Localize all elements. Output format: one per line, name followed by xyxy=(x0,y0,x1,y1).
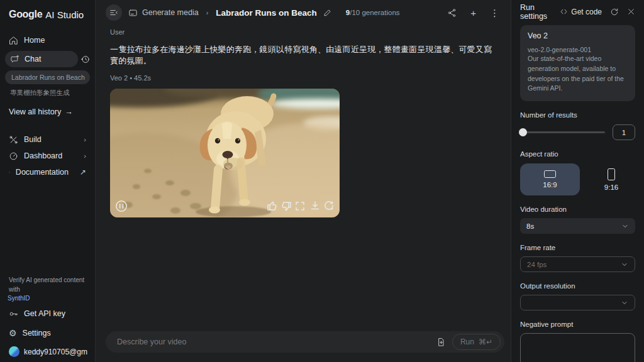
verify-text: Verify AI generated content with xyxy=(8,275,87,294)
frame-rate-label: Frame rate xyxy=(520,244,635,251)
video-prompt-input[interactable] xyxy=(117,337,430,346)
sidebar-item-documentation[interactable]: Documentation ↗ xyxy=(0,164,95,180)
documentation-icon xyxy=(9,168,10,177)
generations-rest: /10 generations xyxy=(350,9,399,16)
collapse-sidebar-button[interactable] xyxy=(106,4,122,21)
home-icon xyxy=(9,36,18,45)
get-api-key-button[interactable]: Get API key xyxy=(8,306,87,321)
number-of-results-label: Number of results xyxy=(520,111,635,119)
user-turn-label: User xyxy=(110,28,511,36)
breadcrumb-label: Generate media xyxy=(142,8,199,17)
number-of-results-row: 1 xyxy=(520,124,635,140)
new-chat-icon[interactable]: + xyxy=(470,8,476,18)
app-window: Google AI Studio Home Chat Labrador Runs… xyxy=(0,0,644,362)
video-frame-labrador-beach xyxy=(110,89,340,217)
more-options-icon[interactable]: ⋮ xyxy=(490,8,499,18)
frame-rate-select[interactable]: 24 fps xyxy=(520,256,635,272)
run-label: Run xyxy=(460,337,474,346)
model-description: Our state-of-the-art video generation mo… xyxy=(528,54,628,94)
frame-rate-value: 24 fps xyxy=(527,261,547,268)
synthid-link[interactable]: SynthID xyxy=(8,295,87,302)
video-duration-value: 8s xyxy=(526,222,534,230)
generate-media-icon xyxy=(128,8,138,18)
share-icon[interactable] xyxy=(447,8,457,18)
collapse-sidebar-icon xyxy=(109,8,118,17)
history-item-label: 專業棚拍形象照生成 xyxy=(10,89,70,97)
chevron-right-icon: › xyxy=(84,136,86,143)
view-all-label: View all history xyxy=(9,107,61,116)
model-card[interactable]: Veo 2 veo-2.0-generate-001 Our state-of-… xyxy=(520,25,635,101)
number-of-results-slider[interactable] xyxy=(520,131,605,133)
chevron-down-icon xyxy=(621,299,628,307)
generated-video[interactable] xyxy=(110,89,340,217)
breadcrumb-separator-icon: › xyxy=(206,9,209,16)
sidebar-item-label: Chat xyxy=(25,55,41,63)
get-api-key-label: Get API key xyxy=(24,309,65,318)
landscape-icon xyxy=(544,170,556,178)
sidebar-history-item[interactable]: 專業棚拍形象照生成 xyxy=(0,87,95,99)
sidebar-item-home[interactable]: Home xyxy=(0,33,95,48)
sidebar-item-label: Build xyxy=(24,135,42,144)
logo-google: Google xyxy=(9,9,42,20)
attach-file-icon[interactable] xyxy=(436,337,446,347)
dashboard-icon xyxy=(9,151,18,161)
run-button[interactable]: Run ⌘↵ xyxy=(452,334,501,350)
main-topbar: Generate media › Labrador Runs on Beach … xyxy=(96,0,511,25)
sidebar-item-build[interactable]: Build › xyxy=(0,131,95,148)
chat-icon xyxy=(11,55,19,63)
close-panel-icon[interactable] xyxy=(627,8,635,16)
history-icon[interactable] xyxy=(80,55,90,64)
sidebar-history-item-active[interactable]: Labrador Runs on Beach xyxy=(5,70,90,84)
output-resolution-select[interactable] xyxy=(520,295,635,310)
chat-content: User 一隻拉布拉多在海邊沙灘上快樂的奔跑，鏡頭以特寫視角、由遠而近呈現，整體… xyxy=(96,25,511,362)
sidebar-item-dashboard[interactable]: Dashboard › xyxy=(0,148,95,164)
run-settings-header: Run settings Get code xyxy=(520,0,635,23)
model-name: Veo 2 xyxy=(528,31,628,40)
account-row[interactable]: keddy910705@gmail... xyxy=(8,346,87,357)
chevron-down-icon xyxy=(621,222,629,230)
edit-title-icon[interactable] xyxy=(323,8,332,17)
settings-button[interactable]: ⚙ Settings xyxy=(8,326,87,341)
arrow-right-icon: → xyxy=(65,107,73,116)
external-link-icon: ↗ xyxy=(80,168,86,177)
generations-counter: 9/10 generations xyxy=(346,9,400,16)
gear-icon: ⚙ xyxy=(9,329,17,337)
app-logo[interactable]: Google AI Studio xyxy=(0,6,95,23)
run-settings-title: Run settings xyxy=(520,3,552,21)
get-code-button[interactable]: Get code xyxy=(560,8,602,16)
key-icon xyxy=(9,309,18,319)
run-settings-panel: Run settings Get code Veo 2 veo-2.0-gene… xyxy=(511,0,644,362)
breadcrumb[interactable]: Generate media xyxy=(128,8,199,18)
aspect-ratio-16-9-label: 16:9 xyxy=(543,181,557,189)
settings-label: Settings xyxy=(23,329,51,337)
sidebar-nav-secondary: Build › Dashboard › Documentation ↗ xyxy=(0,131,95,180)
page-title: Labrador Runs on Beach xyxy=(216,8,317,18)
account-email: keddy910705@gmail... xyxy=(24,348,87,356)
sidebar-item-label: Documentation xyxy=(16,168,69,177)
negative-prompt-textarea[interactable] xyxy=(520,333,635,362)
video-duration-label: Video duration xyxy=(520,206,635,213)
slider-thumb[interactable] xyxy=(519,128,527,136)
history-item-label: Labrador Runs on Beach xyxy=(11,74,85,81)
aspect-ratio-9-16[interactable]: 9:16 xyxy=(595,163,628,195)
topbar-actions: + ⋮ xyxy=(447,8,499,18)
sidebar-nav: Home Chat Labrador Runs on Beach 專業棚拍形象照… xyxy=(0,33,95,119)
main-area: Generate media › Labrador Runs on Beach … xyxy=(96,0,511,362)
model-response-meta: Veo 2 • 45.2s xyxy=(110,74,511,82)
view-all-history-link[interactable]: View all history → xyxy=(0,105,95,119)
sidebar-item-chat[interactable]: Chat xyxy=(5,51,78,67)
reset-settings-icon[interactable] xyxy=(610,8,619,16)
logo-ai-studio: AI Studio xyxy=(45,9,84,20)
output-resolution-label: Output resolution xyxy=(520,282,635,290)
number-of-results-value[interactable]: 1 xyxy=(613,124,635,140)
sidebar-item-label: Home xyxy=(24,36,45,45)
build-icon xyxy=(9,135,18,145)
video-duration-select[interactable]: 8s xyxy=(520,218,635,234)
get-code-label: Get code xyxy=(571,8,602,16)
chevron-right-icon: › xyxy=(84,152,86,160)
prompt-composer: Run ⌘↵ xyxy=(106,331,504,353)
aspect-ratio-9-16-label: 9:16 xyxy=(604,184,618,191)
sidebar: Google AI Studio Home Chat Labrador Runs… xyxy=(0,0,96,362)
aspect-ratio-label: Aspect ratio xyxy=(520,150,635,158)
aspect-ratio-16-9[interactable]: 16:9 xyxy=(520,163,580,195)
